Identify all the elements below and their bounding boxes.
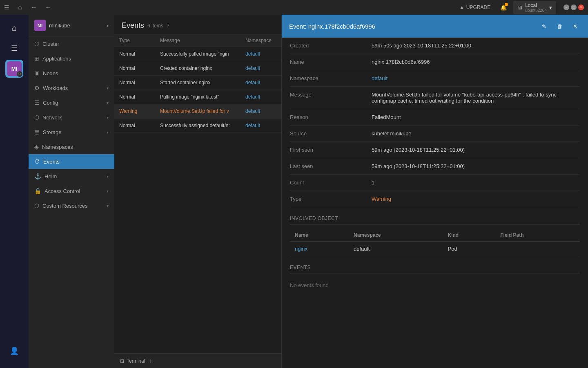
close-button[interactable]: × — [578, 4, 584, 10]
detail-field-first-seen: First seen 59m ago (2023-10-18T11:25:22+… — [290, 142, 580, 158]
involved-object-table: Name Namespace Kind Field Path nginx def… — [290, 229, 580, 256]
involved-object-section-header: Involved object — [290, 211, 580, 225]
user-display[interactable]: 🖥 Local ubuntu2204 ▾ — [513, 1, 556, 14]
involved-col-namespace: Namespace — [349, 229, 443, 242]
involved-col-kind: Kind — [443, 229, 496, 242]
field-value-message: MountVolume.SetUp failed for volume "kub… — [372, 92, 580, 104]
access-control-icon: 🔒 — [34, 188, 41, 194]
event-type: Normal — [114, 47, 155, 61]
sidebar-item-custom-resources[interactable]: ⬡ Custom Resources ▾ — [29, 198, 114, 213]
sidebar-item-namespaces[interactable]: ◈ Namespaces — [29, 139, 114, 154]
terminal-tab[interactable]: ⊡ Terminal — [120, 358, 145, 364]
field-value-count: 1 — [372, 180, 580, 186]
storage-chevron-icon: ▾ — [107, 130, 109, 135]
sidebar-item-storage[interactable]: ▤ Storage ▾ — [29, 125, 114, 139]
table-row[interactable]: Normal Pulling image "nginx:latest" defa… — [114, 90, 281, 104]
sidebar-item-cluster[interactable]: ⬡ Cluster — [29, 36, 114, 51]
field-value-source: kubelet minikube — [372, 130, 580, 137]
event-namespace[interactable]: default — [241, 90, 281, 104]
sidebar-active-cluster[interactable]: MI ⚙ — [5, 60, 23, 78]
close-detail-button[interactable]: ✕ — [569, 20, 581, 32]
workloads-chevron-icon: ▾ — [107, 86, 109, 90]
table-row[interactable]: Warning MountVolume.SetUp failed for v d… — [114, 104, 281, 119]
minimize-button[interactable]: − — [564, 4, 569, 10]
involved-name[interactable]: nginx — [290, 242, 349, 256]
terminal-add-button[interactable]: + — [148, 357, 152, 365]
event-type: Normal — [114, 90, 155, 104]
user-info: Local ubuntu2204 — [525, 2, 547, 13]
table-row[interactable]: Normal Successfully pulled image "ngin d… — [114, 47, 281, 61]
user-subtitle: ubuntu2204 — [525, 8, 547, 13]
involved-col-fieldpath: Field Path — [495, 229, 580, 242]
detail-field-reason: Reason FailedMount — [290, 109, 580, 126]
nav-sidebar: MI minikube ▾ ⬡ Cluster ⊞ Applications ▣… — [29, 15, 114, 368]
field-value-type: Warning — [372, 196, 580, 202]
detail-header: Event: nginx.178f2cb0d6af6996 ✎ 🗑 ✕ — [282, 15, 588, 38]
config-chevron-icon: ▾ — [107, 101, 109, 105]
sidebar-item-nodes[interactable]: ▣ Nodes — [29, 66, 114, 81]
sidebar-item-label-nodes: Nodes — [43, 70, 58, 76]
event-namespace[interactable]: default — [241, 61, 281, 75]
field-label-count: Count — [290, 180, 372, 186]
helm-icon: ⚓ — [34, 173, 41, 180]
cluster-dropdown-icon: ▾ — [107, 23, 109, 28]
sidebar-item-network[interactable]: ⬡ Network ▾ — [29, 110, 114, 125]
event-namespace[interactable]: default — [241, 47, 281, 61]
list-icon: ☰ — [11, 44, 18, 53]
table-row[interactable]: Normal Started container nginx default — [114, 76, 281, 90]
events-title: Events — [122, 21, 144, 30]
terminal-label: Terminal — [127, 358, 145, 364]
sidebar-bottom: 👤 — [5, 342, 23, 364]
content-area: Events 6 items ? Type Message Namespace … — [114, 15, 588, 368]
home-button[interactable]: ⌂ — [14, 2, 26, 13]
titlebar-right: ▲ UPGRADE 🔔 🖥 Local ubuntu2204 ▾ − □ × — [456, 1, 584, 14]
forward-button[interactable]: → — [42, 2, 53, 13]
user-chevron-icon: ▾ — [549, 4, 552, 11]
field-value-created: 59m 50s ago 2023-10-18T11:25:22+01:00 — [372, 43, 580, 49]
network-icon: ⬡ — [34, 114, 39, 121]
sidebar-home-button[interactable]: ⌂ — [5, 19, 23, 37]
event-type: Normal — [114, 61, 155, 75]
sidebar-item-workloads[interactable]: ⚙ Workloads ▾ — [29, 81, 114, 95]
event-namespace[interactable]: default — [241, 76, 281, 90]
table-row[interactable]: Normal Created container nginx default — [114, 61, 281, 76]
back-button[interactable]: ← — [28, 2, 40, 13]
events-icon: ⏱ — [34, 158, 40, 165]
titlebar-left: ☰ ⌂ ← → — [4, 2, 53, 13]
events-panel: Events 6 items ? Type Message Namespace … — [114, 15, 282, 368]
event-namespace[interactable]: default — [241, 104, 281, 118]
cluster-header[interactable]: MI minikube ▾ — [29, 15, 114, 36]
maximize-button[interactable]: □ — [571, 4, 577, 10]
sidebar-item-applications[interactable]: ⊞ Applications — [29, 51, 114, 66]
upgrade-button[interactable]: ▲ UPGRADE — [456, 3, 494, 12]
detail-field-message: Message MountVolume.SetUp failed for vol… — [290, 87, 580, 109]
table-row[interactable]: Normal Successfully assigned default/n: … — [114, 119, 281, 133]
field-value-namespace[interactable]: default — [372, 75, 580, 81]
hamburger-icon[interactable]: ☰ — [4, 4, 9, 11]
event-namespace[interactable]: default — [241, 119, 281, 132]
workloads-icon: ⚙ — [34, 85, 40, 91]
storage-icon: ▤ — [34, 129, 40, 135]
event-message: Successfully assigned default/n: — [155, 119, 241, 132]
event-message: Created container nginx — [155, 61, 241, 75]
sidebar-item-events[interactable]: ⏱ Events — [29, 154, 114, 169]
sidebar-item-access-control[interactable]: 🔒 Access Control ▾ — [29, 184, 114, 198]
delete-button[interactable]: 🗑 — [554, 20, 565, 32]
sidebar-list-button[interactable]: ☰ — [5, 39, 23, 57]
detail-field-type: Type Warning — [290, 191, 580, 207]
window-controls: − □ × — [564, 4, 584, 10]
config-icon: ☰ — [34, 99, 40, 106]
events-help-icon[interactable]: ? — [167, 23, 169, 29]
main-layout: ⌂ ☰ MI ⚙ 👤 MI minikube ▾ ⬡ Cluster ⊞ App… — [0, 15, 588, 368]
sidebar-item-config[interactable]: ☰ Config ▾ — [29, 95, 114, 110]
notification-button[interactable]: 🔔 — [498, 2, 509, 13]
event-type: Normal — [114, 119, 155, 132]
detail-field-last-seen: Last seen 59m ago (2023-10-18T11:25:22+0… — [290, 158, 580, 175]
event-message: Successfully pulled image "ngin — [155, 47, 241, 61]
sidebar-user-button[interactable]: 👤 — [5, 342, 23, 360]
col-header-message: Message — [155, 34, 241, 47]
nodes-icon: ▣ — [34, 70, 40, 76]
sidebar-item-helm[interactable]: ⚓ Helm ▾ — [29, 169, 114, 184]
edit-button[interactable]: ✎ — [538, 20, 550, 32]
detail-actions: ✎ 🗑 ✕ — [538, 20, 581, 32]
